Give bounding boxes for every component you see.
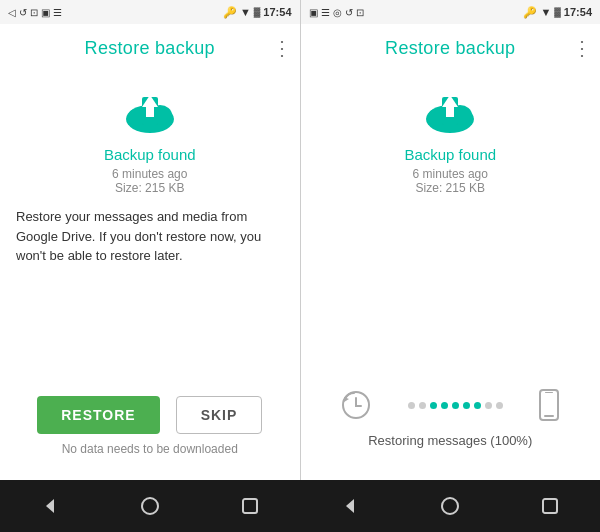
dot-1 [408, 402, 415, 409]
dot-9 [496, 402, 503, 409]
svg-marker-20 [346, 499, 354, 513]
restoring-label: Restoring messages (100%) [368, 433, 532, 448]
restore-button[interactable]: RESTORE [37, 396, 159, 434]
restore-description: Restore your messages and media from Goo… [16, 207, 284, 266]
menu-icon-status-r: ☰ [321, 7, 330, 18]
nav-recent-right[interactable] [530, 486, 570, 526]
backup-time-left: 6 minutes ago [112, 167, 187, 181]
signal-icon-r: ▓ [554, 7, 561, 17]
backup-found-right: Backup found [404, 146, 496, 163]
page-title-left: Restore backup [85, 38, 215, 59]
wifi-icon-r: ▼ [540, 6, 551, 18]
content-right: Backup found 6 minutes ago Size: 215 KB [301, 72, 601, 480]
status-right-icons-right: 🔑 ▼ ▓ 17:54 [523, 6, 592, 19]
history-icon [340, 389, 372, 421]
backup-time-right: 6 minutes ago [413, 167, 488, 181]
refresh-icon-status-r: ↺ [345, 7, 353, 18]
action-buttons: RESTORE SKIP [37, 396, 262, 434]
status-left-icons-right: ▣ ☰ ◎ ↺ ⊡ [309, 7, 364, 18]
status-left-icons: ◁ ↺ ⊡ ▣ ☰ [8, 7, 62, 18]
signal-icon: ▓ [254, 7, 261, 17]
status-bar-right: ▣ ☰ ◎ ↺ ⊡ 🔑 ▼ ▓ 17:54 [301, 0, 601, 24]
nav-back-right[interactable] [330, 486, 370, 526]
phone-icon [538, 389, 560, 421]
svg-rect-19 [243, 499, 257, 513]
grid-icon-status: ▣ [41, 7, 50, 18]
content-left: Backup found 6 minutes ago Size: 215 KB … [0, 72, 300, 480]
nav-home-right[interactable] [430, 486, 470, 526]
dot-8 [485, 402, 492, 409]
svg-rect-15 [544, 415, 554, 417]
dot-3 [430, 402, 437, 409]
title-bar-right: Restore backup ⋮ [301, 24, 601, 72]
dot-4 [441, 402, 448, 409]
dot-7 [474, 402, 481, 409]
page-title-right: Restore backup [385, 38, 515, 59]
grid-icon-status-r: ▣ [309, 7, 318, 18]
menu-button-right[interactable]: ⋮ [572, 38, 592, 58]
back-icon-status: ◁ [8, 7, 16, 18]
backup-size-left: Size: 215 KB [115, 181, 184, 195]
screen-left: ◁ ↺ ⊡ ▣ ☰ 🔑 ▼ ▓ 17:54 Restore backup ⋮ [0, 0, 300, 480]
nav-back-left[interactable] [30, 486, 70, 526]
key-icon: 🔑 [223, 6, 237, 19]
backup-size-right: Size: 215 KB [416, 181, 485, 195]
backup-found-left: Backup found [104, 146, 196, 163]
location-icon-status: ◎ [333, 7, 342, 18]
cloud-upload-icon-left [118, 88, 182, 138]
svg-point-18 [142, 498, 158, 514]
skip-button[interactable]: SKIP [176, 396, 263, 434]
status-bar-left: ◁ ↺ ⊡ ▣ ☰ 🔑 ▼ ▓ 17:54 [0, 0, 300, 24]
chat-icon-status: ⊡ [30, 7, 38, 18]
menu-icon-status: ☰ [53, 7, 62, 18]
no-data-label: No data needs to be downloaded [62, 442, 238, 456]
dot-2 [419, 402, 426, 409]
svg-marker-17 [46, 499, 54, 513]
screen-right: ▣ ☰ ◎ ↺ ⊡ 🔑 ▼ ▓ 17:54 Restore backup ⋮ [301, 0, 601, 480]
chat-icon-status-r: ⊡ [356, 7, 364, 18]
svg-rect-11 [446, 107, 454, 117]
nav-recent-left[interactable] [230, 486, 270, 526]
status-right-icons: 🔑 ▼ ▓ 17:54 [223, 6, 292, 19]
nav-home-left[interactable] [130, 486, 170, 526]
wifi-icon: ▼ [240, 6, 251, 18]
title-bar-left: Restore backup ⋮ [0, 24, 300, 72]
dot-5 [452, 402, 459, 409]
refresh-icon-status: ↺ [19, 7, 27, 18]
time-display-right: 17:54 [564, 6, 592, 18]
svg-point-21 [442, 498, 458, 514]
time-display-left: 17:54 [263, 6, 291, 18]
dot-6 [463, 402, 470, 409]
key-icon-r: 🔑 [523, 6, 537, 19]
menu-button-left[interactable]: ⋮ [272, 38, 292, 58]
progress-area: Restoring messages (100%) [317, 389, 585, 448]
svg-rect-5 [146, 107, 154, 117]
nav-bar [0, 480, 600, 532]
progress-dots [372, 402, 538, 409]
progress-track [340, 389, 560, 421]
svg-rect-22 [543, 499, 557, 513]
svg-rect-16 [545, 392, 553, 393]
cloud-upload-icon-right [418, 88, 482, 138]
